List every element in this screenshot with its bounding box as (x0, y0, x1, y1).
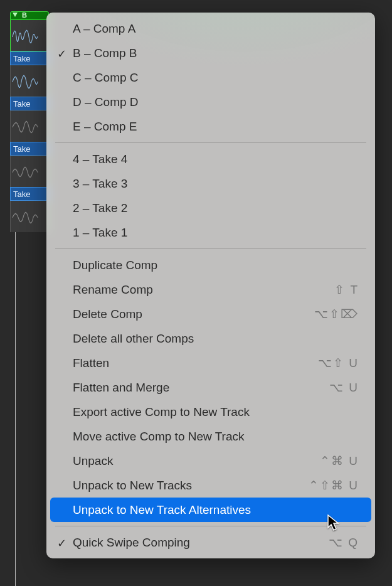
menu-item-export-comp[interactable]: Export active Comp to New Track (46, 400, 375, 424)
menu-item-comp-d[interactable]: D – Comp D (46, 90, 375, 114)
menu-item-label: 3 – Take 3 (73, 177, 359, 191)
waveform-region[interactable] (10, 201, 49, 232)
menu-item-comp-e[interactable]: E – Comp E (46, 114, 375, 139)
take-folder-header[interactable]: B (10, 11, 49, 20)
menu-separator (55, 142, 366, 143)
waveform-region[interactable] (10, 65, 49, 97)
menu-shortcut: ⌥⇧⌦ (314, 307, 359, 321)
waveform-icon (12, 69, 38, 94)
take-region-header[interactable]: Take (10, 142, 49, 156)
menu-item-label: Quick Swipe Comping (73, 536, 329, 550)
menu-item-label: Export active Comp to New Track (73, 405, 359, 419)
waveform-icon (12, 205, 38, 230)
menu-separator (55, 526, 366, 526)
menu-shortcut: ⌥ U (329, 380, 359, 395)
take-folder-context-menu: A – Comp A ✓ B – Comp B C – Comp C D – C… (46, 13, 375, 558)
menu-item-take-2[interactable]: 2 – Take 2 (46, 196, 375, 220)
menu-item-take-4[interactable]: 4 – Take 4 (46, 147, 375, 171)
waveform-region[interactable] (10, 20, 49, 51)
take-region-header[interactable]: Take (10, 187, 49, 201)
menu-item-label: Unpack to New Tracks (73, 479, 309, 493)
menu-item-flatten[interactable]: Flatten ⌥⇧ U (46, 351, 375, 375)
menu-item-label: Unpack to New Track Alternatives (73, 503, 359, 517)
menu-shortcut: ⌃⇧⌘ U (309, 478, 359, 493)
menu-separator (55, 248, 366, 249)
checkmark-icon: ✓ (57, 536, 66, 550)
menu-item-comp-a[interactable]: A – Comp A (46, 16, 375, 41)
disclosure-triangle-icon[interactable] (13, 13, 18, 17)
take-region-header[interactable]: Take (10, 97, 49, 110)
menu-shortcut: ⇧ T (334, 282, 359, 297)
menu-item-label: Unpack (73, 454, 320, 468)
menu-item-unpack-track-alternatives[interactable]: Unpack to New Track Alternatives (50, 498, 371, 522)
waveform-icon (12, 24, 38, 49)
menu-item-label: A – Comp A (73, 22, 359, 36)
menu-item-flatten-merge[interactable]: Flatten and Merge ⌥ U (46, 375, 375, 400)
menu-item-label: Delete Comp (73, 307, 314, 321)
take-region-label: Take (13, 99, 30, 109)
menu-item-label: 2 – Take 2 (73, 201, 359, 215)
menu-item-label: Duplicate Comp (73, 258, 359, 272)
take-region-label: Take (13, 144, 30, 154)
menu-item-label: E – Comp E (73, 120, 359, 134)
menu-shortcut: ⌥⇧ U (318, 356, 359, 370)
take-folder-tracks: B Take Take Take (10, 11, 49, 232)
checkmark-icon: ✓ (57, 47, 66, 61)
menu-item-label: Delete all other Comps (73, 332, 359, 346)
menu-item-duplicate-comp[interactable]: Duplicate Comp (46, 253, 375, 277)
take-region-header[interactable]: Take (10, 51, 49, 65)
menu-item-label: Move active Comp to New Track (73, 430, 359, 444)
waveform-icon (12, 114, 38, 139)
menu-item-label: Rename Comp (73, 283, 334, 297)
menu-item-unpack[interactable]: Unpack ⌃⌘ U (46, 449, 375, 473)
menu-item-delete-other-comps[interactable]: Delete all other Comps (46, 326, 375, 351)
menu-item-comp-c[interactable]: C – Comp C (46, 65, 375, 90)
take-region-label: Take (13, 189, 30, 199)
menu-item-label: 4 – Take 4 (73, 152, 359, 166)
menu-shortcut: ⌃⌘ U (320, 454, 359, 468)
menu-item-label: C – Comp C (73, 71, 359, 85)
comp-indicator: B (22, 11, 27, 19)
menu-item-label: Flatten (73, 356, 318, 370)
waveform-region[interactable] (10, 110, 49, 142)
waveform-icon (12, 159, 38, 184)
take-region-label: Take (13, 54, 30, 63)
menu-item-label: D – Comp D (73, 95, 359, 109)
menu-item-label: B – Comp B (73, 46, 359, 60)
menu-item-take-1[interactable]: 1 – Take 1 (46, 220, 375, 245)
menu-item-label: Flatten and Merge (73, 381, 329, 395)
menu-item-take-3[interactable]: 3 – Take 3 (46, 171, 375, 196)
menu-item-move-comp[interactable]: Move active Comp to New Track (46, 424, 375, 449)
menu-item-unpack-new-tracks[interactable]: Unpack to New Tracks ⌃⇧⌘ U (46, 473, 375, 498)
menu-shortcut: ⌥ Q (329, 535, 359, 550)
menu-item-delete-comp[interactable]: Delete Comp ⌥⇧⌦ (46, 302, 375, 326)
menu-item-rename-comp[interactable]: Rename Comp ⇧ T (46, 277, 375, 302)
menu-item-label: 1 – Take 1 (73, 226, 359, 240)
waveform-region[interactable] (10, 156, 49, 187)
menu-item-comp-b[interactable]: ✓ B – Comp B (46, 41, 375, 65)
menu-item-quick-swipe-comping[interactable]: ✓ Quick Swipe Comping ⌥ Q (46, 530, 375, 555)
